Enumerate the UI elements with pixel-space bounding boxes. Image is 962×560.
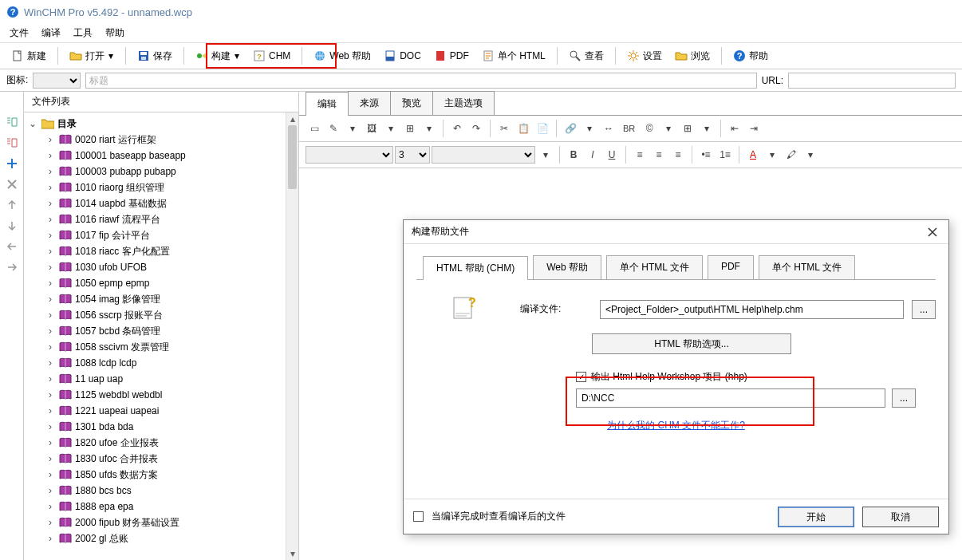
tree-toggle[interactable]: › (45, 214, 56, 225)
editor-dropdown[interactable]: ▾ (344, 120, 361, 137)
tree-toggle[interactable]: › (45, 485, 56, 496)
compile-browse-button[interactable]: ... (912, 300, 936, 319)
tree-toggle[interactable]: › (45, 230, 56, 241)
pdf-button[interactable]: PDF (429, 47, 474, 65)
start-button[interactable]: 开始 (778, 507, 854, 527)
dialog-tab-single2[interactable]: 单个 HTML 文件 (759, 255, 855, 279)
tree-root[interactable]: ⌄ 目录 (26, 116, 297, 132)
tree-toggle[interactable]: › (45, 262, 56, 273)
editor-dropdown[interactable]: ▾ (420, 120, 438, 137)
editor-dropdown[interactable]: ▾ (581, 120, 598, 137)
bold-icon[interactable]: B (565, 146, 582, 164)
tree-toggle[interactable]: ⌄ (27, 118, 38, 129)
tree-item[interactable]: ›1017 fip 会计平台 (43, 227, 297, 243)
editor-dropdown[interactable]: ▾ (382, 120, 400, 137)
tree-item[interactable]: ›1820 ufoe 企业报表 (43, 435, 297, 451)
tree-item[interactable]: ›1888 epa epa (43, 499, 297, 515)
tree-toggle[interactable]: › (45, 453, 56, 464)
tree-toggle[interactable]: › (45, 469, 56, 480)
tree-toggle[interactable]: › (45, 341, 56, 353)
menu-compile[interactable]: 编译 (41, 26, 61, 40)
editor-btn[interactable]: ⊞ (679, 120, 696, 137)
tree-toggle[interactable]: › (45, 166, 56, 177)
tree-toggle[interactable]: › (45, 357, 56, 369)
tree-item[interactable]: ›1880 bcs bcs (43, 483, 297, 499)
tree-item[interactable]: ›2000 fipub 财务基础设置 (43, 515, 297, 530)
move-up-icon[interactable] (6, 199, 18, 211)
underline-icon[interactable]: U (603, 146, 621, 164)
move-right-icon[interactable] (6, 261, 18, 274)
menu-file[interactable]: 文件 (10, 26, 29, 40)
settings-button[interactable]: 设置 (622, 47, 667, 65)
editor-btn[interactable]: ✂ (495, 120, 513, 137)
outdent-icon[interactable]: ⇤ (726, 120, 743, 137)
tree-toggle[interactable]: › (45, 325, 56, 337)
tree-item[interactable]: ›1301 bda bda (43, 419, 297, 435)
tree-expand-icon[interactable] (6, 116, 18, 128)
tree-item[interactable]: ›1088 lcdp lcdp (43, 355, 297, 371)
editor-btn[interactable]: 📋 (515, 120, 532, 137)
list-number-icon[interactable]: 1≡ (716, 146, 734, 164)
editor-dropdown[interactable]: ▾ (802, 146, 819, 164)
help-button[interactable]: ? 帮助 (728, 47, 773, 65)
tree-toggle[interactable]: › (45, 134, 56, 145)
scroll-up-icon[interactable]: ▴ (286, 112, 298, 125)
tree-toggle[interactable]: › (45, 182, 56, 193)
tree-item[interactable]: ›1016 riawf 流程平台 (43, 211, 297, 227)
editor-btn[interactable]: ⊞ (401, 120, 419, 137)
style-select[interactable] (432, 146, 535, 164)
chm-button[interactable]: ? CHM (248, 47, 295, 65)
hhp-path-input[interactable] (576, 388, 885, 408)
tree-item[interactable]: ›1125 webdbl webdbl (43, 387, 297, 403)
font-family-select[interactable] (306, 146, 393, 164)
editor-dropdown[interactable]: ▾ (660, 120, 677, 137)
tree-collapse-icon[interactable] (6, 136, 18, 149)
indent-icon[interactable]: ⇥ (745, 120, 763, 137)
build-button[interactable]: 构建 ▾ (191, 47, 245, 65)
tree-item[interactable]: ›1056 sscrp 报账平台 (43, 307, 297, 323)
redo-icon[interactable]: ↷ (467, 120, 485, 137)
scroll-down-icon[interactable]: ▾ (286, 547, 298, 560)
tree-item[interactable]: ›1014 uapbd 基础数据 (43, 195, 297, 211)
dialog-tab-single1[interactable]: 单个 HTML 文件 (606, 255, 703, 279)
tree-toggle[interactable]: › (45, 389, 56, 400)
tree-item[interactable]: ›1010 riaorg 组织管理 (43, 179, 297, 195)
browse-button[interactable]: 浏览 (670, 47, 715, 65)
tree-item[interactable]: ›1221 uapeai uapeai (43, 403, 297, 419)
dialog-tab-chm[interactable]: HTML 帮助 (CHM) (423, 256, 528, 280)
view-button[interactable]: 查看 (564, 47, 609, 65)
menu-help[interactable]: 帮助 (105, 26, 124, 40)
editor-btn[interactable]: 🔗 (562, 120, 579, 137)
tree-item[interactable]: ›1050 epmp epmp (43, 275, 297, 291)
italic-icon[interactable]: I (584, 146, 601, 164)
align-center-icon[interactable]: ≡ (650, 146, 668, 164)
tree-item[interactable]: ›2002 gl 总账 (43, 530, 297, 546)
tree-toggle[interactable]: › (45, 421, 56, 432)
dialog-tab-pdf[interactable]: PDF (708, 255, 754, 279)
editor-btn[interactable]: ↔ (600, 120, 617, 137)
tab-topic-options[interactable]: 主题选项 (432, 91, 495, 115)
align-left-icon[interactable]: ≡ (631, 146, 649, 164)
font-size-select[interactable]: 3 (395, 146, 430, 164)
doc-button[interactable]: DOC (379, 47, 426, 65)
tree-toggle[interactable]: › (45, 405, 56, 416)
open-button[interactable]: 打开 ▾ (65, 47, 119, 65)
editor-btn[interactable]: ✎ (325, 120, 342, 137)
editor-btn[interactable]: 🖼 (363, 120, 380, 137)
align-right-icon[interactable]: ≡ (669, 146, 687, 164)
editor-btn[interactable]: ▭ (306, 120, 323, 137)
editor-btn[interactable]: 📄 (534, 120, 551, 137)
list-bullet-icon[interactable]: •≡ (697, 146, 715, 164)
tree-item[interactable]: ›1830 ufoc 合并报表 (43, 451, 297, 467)
tab-edit[interactable]: 编辑 (306, 92, 349, 116)
delete-icon[interactable] (6, 178, 18, 191)
tab-source[interactable]: 来源 (348, 91, 391, 115)
view-after-checkbox[interactable] (413, 511, 424, 522)
save-button[interactable]: 保存 (132, 47, 177, 65)
tree-toggle[interactable]: › (45, 294, 56, 305)
copyright-icon[interactable]: © (641, 120, 658, 137)
tree-item[interactable]: ›11 uap uap (43, 371, 297, 387)
tree-scrollbar[interactable]: ▴ ▾ (286, 112, 298, 560)
cancel-button[interactable]: 取消 (862, 507, 939, 527)
editor-dropdown[interactable]: ▾ (763, 146, 781, 164)
